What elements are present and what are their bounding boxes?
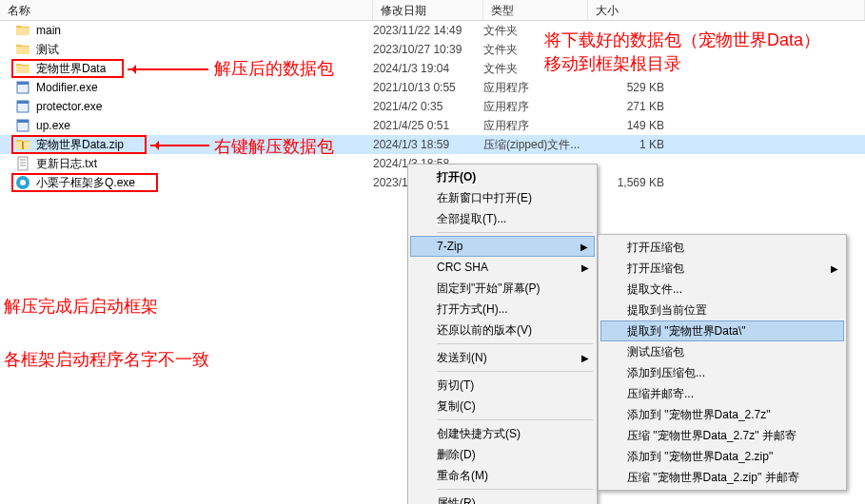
zip-icon [15, 137, 30, 152]
chevron-right-icon: ▶ [581, 262, 589, 273]
submenu-open-archive-2[interactable]: 打开压缩包▶ [600, 258, 844, 279]
submenu-compress-7z-mail[interactable]: 压缩 "宠物世界Data_2.7z" 并邮寄 [600, 425, 844, 446]
file-name: 小栗子框架多Q.exe [36, 175, 135, 191]
file-row[interactable]: protector.exe2021/4/2 0:35应用程序271 KB [0, 97, 865, 116]
menu-pin-start[interactable]: 固定到"开始"屏幕(P) [410, 278, 595, 299]
file-name: 更新日志.txt [36, 156, 97, 172]
file-row[interactable]: main2023/11/22 14:49文件夹 [0, 21, 865, 40]
file-date: 2023/10/27 10:39 [373, 43, 483, 56]
file-size: 1,569 KB [588, 176, 674, 189]
file-name: 宠物世界Data.zip [36, 137, 124, 153]
svg-rect-3 [17, 101, 29, 104]
submenu-add-zip[interactable]: 添加到 "宠物世界Data_2.zip" [600, 446, 844, 467]
folder-icon [15, 23, 30, 38]
separator [437, 232, 593, 233]
arrow-2 [150, 145, 209, 146]
file-row[interactable]: Modifier.exe2021/10/13 0:55应用程序529 KB [0, 78, 865, 97]
svg-rect-6 [22, 142, 24, 149]
menu-send-to[interactable]: 发送到(N)▶ [410, 347, 595, 368]
col-name[interactable]: 名称 [0, 0, 373, 20]
submenu-test[interactable]: 测试压缩包 [600, 341, 844, 362]
file-date: 2024/1/3 18:59 [373, 138, 483, 151]
submenu-7zip: 打开压缩包 打开压缩包▶ 提取文件... 提取到当前位置 提取到 "宠物世界Da… [598, 234, 847, 491]
file-type: 文件夹 [483, 23, 588, 39]
file-size: 271 KB [588, 100, 674, 113]
arrow-1 [128, 68, 208, 70]
col-size[interactable]: 大小 [588, 0, 865, 20]
col-date[interactable]: 修改日期 [373, 0, 483, 20]
txt-icon [15, 156, 30, 171]
svg-point-12 [20, 180, 26, 185]
file-size: 149 KB [588, 119, 674, 132]
chevron-right-icon: ▶ [581, 353, 589, 363]
file-date: 2021/4/25 0:51 [373, 119, 483, 132]
menu-open-with[interactable]: 打开方式(H)... [410, 299, 595, 320]
menu-open[interactable]: 打开(O) [410, 166, 595, 187]
menu-copy[interactable]: 复制(C) [410, 396, 595, 417]
menu-rename[interactable]: 重命名(M) [410, 465, 595, 486]
file-name: main [36, 24, 61, 37]
separator [437, 489, 593, 490]
annotation-after-extract: 解压完成后启动框架 [4, 295, 158, 318]
chevron-right-icon: ▶ [580, 242, 588, 252]
chevron-right-icon: ▶ [831, 263, 838, 274]
menu-7zip[interactable]: 7-Zip▶ [410, 236, 595, 257]
menu-restore-prev[interactable]: 还原以前的版本(V) [410, 320, 595, 340]
submenu-open-archive[interactable]: 打开压缩包 [600, 237, 844, 258]
folder-icon [15, 61, 30, 76]
svg-rect-1 [17, 82, 29, 85]
svg-rect-5 [17, 120, 29, 123]
annotation-diff-names: 各框架启动程序名字不一致 [4, 348, 209, 371]
file-date: 2023/11/22 14:49 [373, 24, 483, 37]
submenu-add-7z[interactable]: 添加到 "宠物世界Data_2.7z" [600, 404, 844, 425]
file-size: 1 KB [588, 138, 674, 151]
submenu-extract-to-name[interactable]: 提取到 "宠物世界Data\" [600, 320, 844, 341]
menu-delete[interactable]: 删除(D) [410, 444, 595, 465]
file-name: up.exe [36, 119, 70, 132]
file-size: 529 KB [588, 81, 674, 94]
submenu-extract-here[interactable]: 提取到当前位置 [600, 300, 844, 320]
svg-rect-7 [18, 157, 28, 170]
menu-cut[interactable]: 剪切(T) [410, 375, 595, 396]
menu-properties[interactable]: 属性(R) [410, 493, 595, 504]
submenu-compress-zip-mail[interactable]: 压缩 "宠物世界Data_2.zip" 并邮寄 [600, 467, 844, 488]
file-type: 压缩(zipped)文件... [483, 137, 588, 153]
file-name: 宠物世界Data [36, 61, 106, 77]
file-row[interactable]: up.exe2021/4/25 0:51应用程序149 KB [0, 116, 865, 135]
submenu-extract-files[interactable]: 提取文件... [600, 279, 844, 300]
separator [437, 343, 593, 344]
file-type: 应用程序 [483, 118, 588, 134]
menu-extract-all[interactable]: 全部提取(T)... [410, 208, 595, 229]
file-date: 2021/10/13 0:55 [373, 81, 483, 94]
file-date: 2024/1/3 19:04 [373, 62, 483, 75]
submenu-compress-mail[interactable]: 压缩并邮寄... [600, 383, 844, 404]
col-type[interactable]: 类型 [483, 0, 588, 20]
separator [437, 419, 593, 420]
file-name: 测试 [36, 42, 59, 58]
file-type: 文件夹 [483, 42, 588, 58]
column-header: 名称 修改日期 类型 大小 [0, 0, 865, 21]
menu-crc-sha[interactable]: CRC SHA▶ [410, 257, 595, 278]
submenu-add-to[interactable]: 添加到压缩包... [600, 362, 844, 383]
exe-icon [15, 80, 30, 95]
menu-shortcut[interactable]: 创建快捷方式(S) [410, 423, 595, 444]
file-type: 应用程序 [483, 80, 588, 96]
file-type: 应用程序 [483, 99, 588, 115]
file-name: protector.exe [36, 100, 102, 113]
exe-icon [15, 118, 30, 133]
menu-open-new-window[interactable]: 在新窗口中打开(E) [410, 187, 595, 208]
exe-icon [15, 99, 30, 114]
file-type: 文件夹 [483, 61, 588, 77]
app-icon [15, 175, 30, 190]
file-row[interactable]: 宠物世界Data.zip2024/1/3 18:59压缩(zipped)文件..… [0, 135, 865, 154]
folder-icon [15, 42, 30, 57]
file-row[interactable]: 测试2023/10/27 10:39文件夹 [0, 40, 865, 59]
file-date: 2021/4/2 0:35 [373, 100, 483, 113]
separator [437, 371, 593, 372]
file-name: Modifier.exe [36, 81, 98, 94]
context-menu: 打开(O) 在新窗口中打开(E) 全部提取(T)... 7-Zip▶ CRC S… [407, 164, 598, 504]
